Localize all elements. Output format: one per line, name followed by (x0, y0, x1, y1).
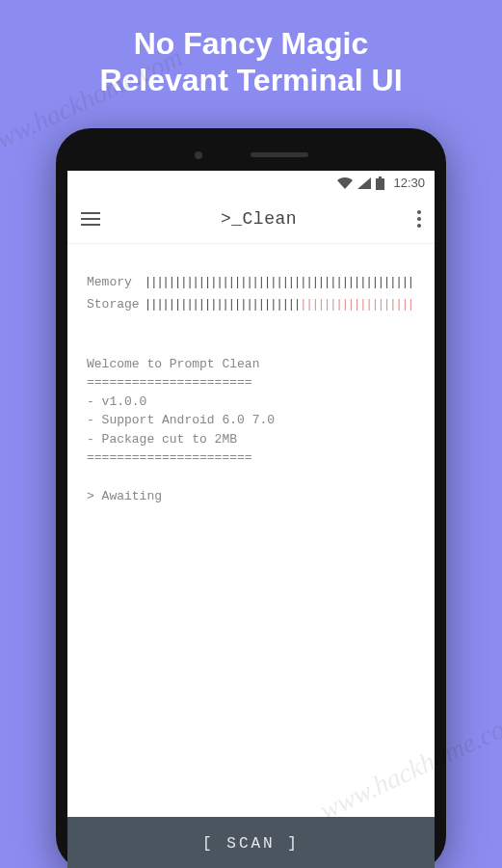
terminal-divider: ====================== (87, 373, 415, 393)
menu-icon[interactable] (81, 212, 100, 226)
terminal-welcome: Welcome to Prompt Clean (87, 355, 415, 374)
promo-banner: No Fancy Magic Relevant Terminal UI (0, 0, 502, 115)
svg-rect-0 (376, 178, 384, 190)
terminal-line-2: - Support Android 6.0 7.0 (87, 411, 415, 430)
memory-label: Memory (87, 273, 145, 292)
svg-rect-1 (379, 176, 382, 178)
scan-label: [ SCAN ] (202, 835, 300, 853)
signal-icon (357, 177, 371, 189)
status-time: 12:30 (393, 176, 425, 190)
app-bar: >_Clean (67, 196, 435, 244)
memory-gauge: Memory |||||||||||||||||||||||||||||||||… (87, 273, 415, 292)
phone-screen: 12:30 >_Clean Memory |||||||||||||||||||… (67, 171, 435, 868)
storage-gauge: Storage ||||||||||||||||||||||||||||||||… (87, 295, 415, 314)
status-bar: 12:30 (67, 171, 435, 196)
wifi-icon (337, 177, 353, 189)
terminal-line-1: - v1.0.0 (87, 393, 415, 412)
memory-bar: ||||||||||||||||||||||||||||||||||||||||… (145, 274, 415, 291)
phone-hardware-top (67, 148, 435, 163)
app-title: >_Clean (221, 209, 297, 229)
scan-button[interactable]: [ SCAN ] (67, 817, 435, 868)
battery-icon (376, 176, 384, 190)
promo-line-1: No Fancy Magic (19, 25, 483, 62)
content-area: Memory |||||||||||||||||||||||||||||||||… (67, 244, 435, 817)
speaker-slot (251, 152, 308, 157)
camera-dot (195, 151, 202, 159)
terminal-divider-2: ====================== (87, 448, 415, 468)
storage-label: Storage (87, 295, 145, 314)
promo-line-2: Relevant Terminal UI (19, 62, 483, 98)
phone-frame: 12:30 >_Clean Memory |||||||||||||||||||… (56, 128, 446, 868)
terminal-output: Welcome to Prompt Clean ================… (87, 355, 415, 506)
terminal-line-3: - Package cut to 2MB (87, 430, 415, 449)
storage-bar: ||||||||||||||||||||||||||||||||||||||||… (145, 296, 415, 313)
terminal-awaiting: > Awaiting (87, 487, 415, 506)
more-icon[interactable] (417, 210, 421, 228)
